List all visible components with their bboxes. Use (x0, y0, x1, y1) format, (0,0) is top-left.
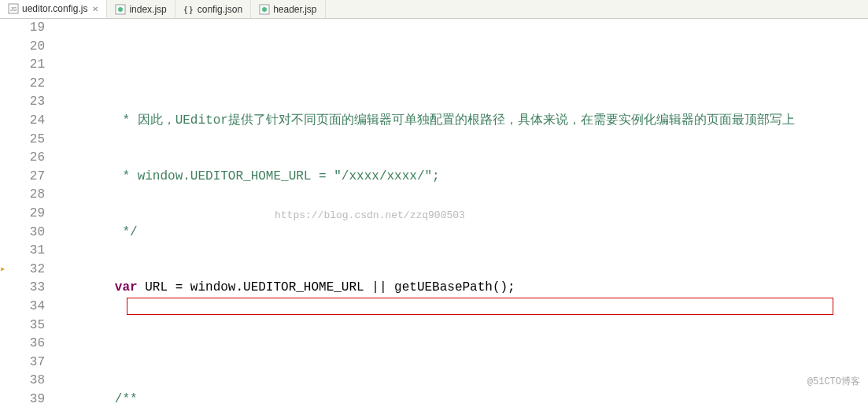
close-icon[interactable]: ✕ (92, 5, 98, 13)
code-line (54, 335, 868, 354)
line-number: 35 (11, 317, 45, 335)
marker-column: ▸ (0, 19, 11, 411)
line-number: 19 (11, 19, 45, 38)
tab-ueditor-config[interactable]: JS ueditor.config.js ✕ (0, 0, 107, 18)
editor-tabs: JS ueditor.config.js ✕ index.jsp { } con… (0, 0, 868, 19)
code-line: * 因此，UEditor提供了针对不同页面的编辑器可单独配置的根路径，具体来说，… (54, 112, 868, 131)
jsp-file-icon (115, 4, 126, 15)
svg-text:JS: JS (10, 6, 17, 12)
line-number: 34 (11, 298, 45, 317)
line-number: 33 (11, 279, 45, 298)
line-numbers: 19 20 21 22 23 24 25 26 27 28 29 30 31 3… (11, 19, 54, 411)
code-line: var URL = window.UEDITOR_HOME_URL || get… (54, 279, 868, 298)
line-number: 26 (11, 149, 45, 168)
highlight-box (127, 298, 833, 315)
tab-index-jsp[interactable]: index.jsp (107, 0, 175, 18)
js-file-icon: JS (8, 3, 19, 14)
warning-marker-icon: ▸ (0, 264, 6, 275)
code-line: /** (54, 391, 868, 409)
line-number: 25 (11, 131, 45, 150)
tab-header-jsp[interactable]: header.jsp (251, 0, 325, 18)
svg-point-6 (262, 7, 267, 12)
line-number: 24 (11, 112, 45, 131)
jsp-file-icon (259, 4, 270, 15)
line-number: 30 (11, 224, 45, 243)
tab-label: config.json (198, 4, 242, 15)
code-editor[interactable]: ▸ 19 20 21 22 23 24 25 26 27 28 29 30 31… (0, 19, 868, 411)
line-number: 31 (11, 242, 45, 261)
line-number: 23 (11, 93, 45, 112)
watermark-text: https://blog.csdn.net/zzq900503 (275, 206, 465, 225)
line-number: 20 (11, 38, 45, 57)
line-number: 27 (11, 168, 45, 187)
line-number: 36 (11, 335, 45, 354)
line-number: 39 (11, 391, 45, 409)
code-line: */ (54, 224, 868, 243)
tab-label: index.jsp (129, 4, 166, 15)
svg-point-3 (118, 7, 123, 12)
svg-text:{ }: { } (184, 6, 193, 14)
line-number: 29 (11, 205, 45, 224)
line-number: 22 (11, 75, 45, 94)
code-line: * window.UEDITOR_HOME_URL = "/xxxx/xxxx/… (54, 168, 868, 187)
line-number: 38 (11, 372, 45, 391)
tab-label: header.jsp (273, 4, 316, 15)
code-content[interactable]: https://blog.csdn.net/zzq900503 * 因此，UEd… (54, 19, 868, 411)
watermark-text-2: @51CTO博客 (807, 373, 860, 392)
line-number: 21 (11, 56, 45, 75)
line-number: 28 (11, 186, 45, 205)
json-file-icon: { } (183, 4, 194, 15)
line-number: 37 (11, 354, 45, 372)
tab-label: ueditor.config.js (22, 3, 87, 14)
line-number: 32 (11, 261, 45, 280)
tab-config-json[interactable]: { } config.json (175, 0, 251, 18)
